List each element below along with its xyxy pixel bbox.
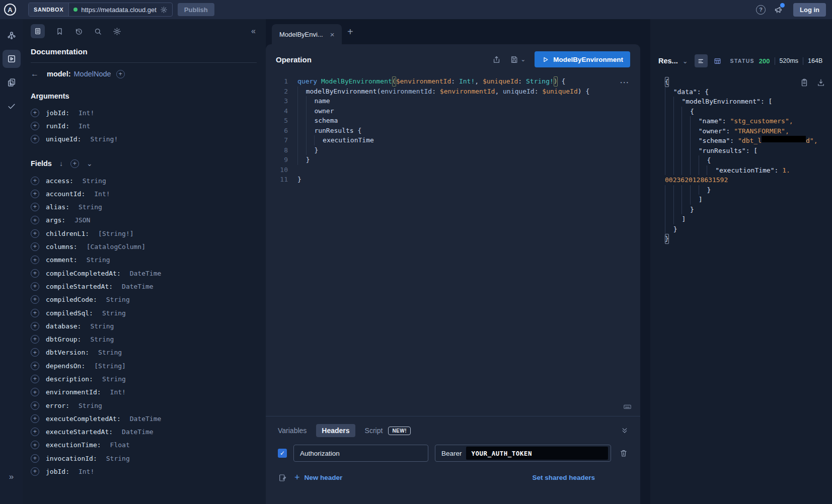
doc-field-type[interactable]: String bbox=[90, 322, 114, 330]
add-to-query-icon[interactable]: + bbox=[31, 229, 39, 238]
argument-row[interactable]: +uniqueId:String! bbox=[31, 133, 257, 146]
add-to-query-icon[interactable]: + bbox=[31, 322, 39, 330]
publish-button[interactable]: Publish bbox=[178, 3, 214, 16]
help-icon[interactable]: ? bbox=[756, 5, 766, 15]
field-row[interactable]: +description:String bbox=[31, 372, 257, 385]
field-row[interactable]: +compileCompletedAt:DateTime bbox=[31, 267, 257, 280]
response-dropdown-chevron-icon[interactable]: ⌄ bbox=[683, 57, 688, 65]
doc-field-type[interactable]: [String] bbox=[94, 362, 126, 370]
doc-field-type[interactable]: Int bbox=[79, 122, 90, 130]
doc-field-type[interactable]: [CatalogColumn] bbox=[87, 243, 145, 250]
explorer-icon[interactable] bbox=[3, 50, 21, 68]
field-row[interactable]: +comment:String bbox=[31, 254, 257, 267]
add-to-query-icon[interactable]: + bbox=[31, 467, 39, 476]
query-editor[interactable]: 1query ModelByEnvironment($environmentId… bbox=[266, 74, 640, 416]
field-row[interactable]: +executeStartedAt:DateTime bbox=[31, 426, 257, 439]
login-button[interactable]: Log in bbox=[793, 3, 826, 17]
argument-row[interactable]: +jobId:Int! bbox=[31, 106, 257, 119]
field-row[interactable]: +error:String bbox=[31, 399, 257, 412]
breadcrumb-type[interactable]: ModelNode bbox=[74, 70, 111, 78]
collapse-request-panel-icon[interactable] bbox=[620, 426, 629, 435]
field-row[interactable]: +alias:String bbox=[31, 200, 257, 213]
preflight-script-icon[interactable] bbox=[278, 473, 287, 482]
share-operation-icon[interactable] bbox=[492, 55, 501, 64]
doc-field-type[interactable]: [String!] bbox=[98, 230, 133, 237]
new-tab-icon[interactable]: + bbox=[347, 26, 353, 38]
field-row[interactable]: +jobId:Int! bbox=[31, 465, 257, 478]
doc-field-type[interactable]: Float bbox=[110, 441, 130, 449]
doc-field-type[interactable]: Int! bbox=[79, 468, 94, 475]
field-row[interactable]: +args:JSON bbox=[31, 214, 257, 227]
field-row[interactable]: +executionTime:Float bbox=[31, 439, 257, 452]
doc-field-type[interactable]: String bbox=[87, 256, 110, 264]
add-to-query-icon[interactable]: + bbox=[31, 295, 39, 304]
add-to-query-icon[interactable]: + bbox=[31, 282, 39, 291]
doc-field-type[interactable]: Int! bbox=[110, 388, 126, 396]
add-to-query-icon[interactable]: + bbox=[31, 256, 39, 264]
argument-row[interactable]: +runId:Int bbox=[31, 119, 257, 132]
field-row[interactable]: +dependsOn:[String] bbox=[31, 359, 257, 372]
doc-field-type[interactable]: Int! bbox=[94, 190, 110, 198]
apollo-logo[interactable]: A bbox=[4, 4, 16, 16]
add-to-query-icon[interactable]: + bbox=[31, 109, 39, 117]
documentation-tab-icon[interactable] bbox=[31, 24, 45, 38]
field-row[interactable]: +dbtGroup:String bbox=[31, 332, 257, 346]
doc-field-type[interactable]: JSON bbox=[74, 216, 90, 224]
endpoint-url-input[interactable]: https://metadata.cloud.get bbox=[69, 3, 172, 16]
tab-variables[interactable]: Variables bbox=[278, 427, 307, 435]
save-options-chevron-icon[interactable]: ⌄ bbox=[520, 56, 525, 63]
doc-field-type[interactable]: DateTime bbox=[122, 283, 154, 290]
keyboard-shortcuts-icon[interactable] bbox=[623, 402, 632, 411]
add-to-query-icon[interactable]: + bbox=[31, 375, 39, 383]
field-row[interactable]: +invocationId:String bbox=[31, 452, 257, 465]
add-to-query-icon[interactable]: + bbox=[31, 309, 39, 317]
schema-graph-icon[interactable] bbox=[3, 26, 21, 44]
field-row[interactable]: +executeCompletedAt:DateTime bbox=[31, 412, 257, 425]
operation-tab[interactable]: ModelByEnvi... × bbox=[272, 24, 342, 44]
add-to-query-icon[interactable]: + bbox=[31, 122, 39, 130]
doc-field-type[interactable]: String bbox=[98, 349, 122, 356]
endpoint-settings-icon[interactable] bbox=[160, 6, 168, 14]
doc-field-type[interactable]: String bbox=[106, 296, 130, 303]
add-to-query-icon[interactable]: + bbox=[31, 203, 39, 211]
table-view-icon[interactable] bbox=[713, 57, 722, 65]
settings-icon[interactable] bbox=[113, 27, 121, 36]
doc-field-type[interactable]: String bbox=[79, 203, 102, 211]
field-row[interactable]: +compiledCode:String bbox=[31, 293, 257, 306]
doc-field-type[interactable]: String bbox=[106, 455, 130, 462]
doc-field-type[interactable]: String bbox=[83, 177, 106, 185]
set-shared-headers-link[interactable]: Set shared headers bbox=[532, 474, 595, 481]
doc-field-type[interactable]: Int! bbox=[79, 109, 94, 117]
tab-headers[interactable]: Headers bbox=[316, 424, 355, 437]
field-row[interactable]: +compiledSql:String bbox=[31, 306, 257, 319]
add-to-query-icon[interactable]: + bbox=[31, 401, 39, 410]
history-icon[interactable] bbox=[74, 27, 83, 36]
add-to-query-icon[interactable]: + bbox=[31, 441, 39, 449]
editor-menu-icon[interactable]: ⋯ bbox=[620, 76, 630, 88]
doc-field-type[interactable]: DateTime bbox=[122, 428, 154, 436]
doc-field-type[interactable]: String bbox=[90, 335, 114, 343]
doc-field-type[interactable]: String bbox=[102, 375, 126, 383]
back-arrow-icon[interactable]: ← bbox=[31, 69, 42, 78]
add-to-query-icon[interactable]: + bbox=[31, 135, 39, 143]
collapse-panel-icon[interactable]: « bbox=[251, 27, 256, 36]
close-tab-icon[interactable]: × bbox=[330, 30, 335, 39]
header-key-input[interactable]: Authorization bbox=[293, 445, 428, 462]
add-to-query-icon[interactable]: + bbox=[31, 242, 39, 251]
add-to-query-icon[interactable]: + bbox=[31, 335, 39, 344]
field-row[interactable]: +environmentId:Int! bbox=[31, 386, 257, 399]
doc-field-type[interactable]: DateTime bbox=[130, 415, 162, 423]
add-to-query-icon[interactable]: + bbox=[31, 190, 39, 198]
add-to-query-icon[interactable]: + bbox=[31, 348, 39, 357]
delete-header-icon[interactable] bbox=[619, 449, 628, 458]
add-all-fields-icon[interactable]: + bbox=[116, 70, 125, 78]
changelog-icon[interactable] bbox=[3, 73, 21, 92]
bookmarks-icon[interactable] bbox=[55, 27, 64, 36]
field-row[interactable]: +accountId:Int! bbox=[31, 187, 257, 200]
sort-fields-icon[interactable]: ↓ bbox=[59, 159, 63, 167]
response-title[interactable]: Res... bbox=[658, 57, 678, 65]
copy-response-icon[interactable] bbox=[800, 78, 809, 87]
checks-icon[interactable] bbox=[3, 97, 21, 115]
run-operation-button[interactable]: ModelByEnvironment bbox=[535, 51, 630, 67]
save-operation-control[interactable]: ⌄ bbox=[510, 55, 525, 64]
